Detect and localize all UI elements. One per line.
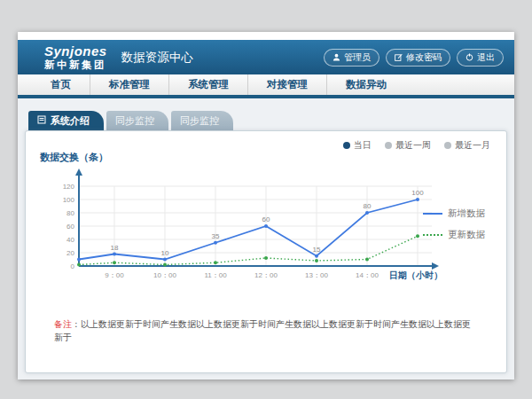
svg-text:100: 100 [63,196,75,204]
document-icon [37,115,46,126]
tab-label: 同步监控 [180,114,219,128]
chart-legend: 新增数据 更新数据 [423,207,494,250]
content-area: 系统介绍 同步监控 同步监控 当日 最近一周 [18,98,514,379]
logout-label: 退出 [477,51,495,64]
svg-text:0: 0 [71,262,75,270]
footnote: 备注：以上数据更新于时间产生数据以上数据更新于时间产生数据以上数据更新于时间产生… [54,317,478,344]
svg-text:10: 10 [161,249,169,257]
radio-label: 最近一月 [455,139,490,152]
svg-text:日期（小时）: 日期（小时） [389,270,442,280]
main-nav: 首页 标准管理 系统管理 对接管理 数据异动 [18,74,514,98]
brand-company: 新中新集团 [44,60,107,71]
svg-text:60: 60 [66,223,74,231]
nav-item-integration[interactable]: 对接管理 [248,74,327,95]
tab-sync-monitor-1[interactable]: 同步监控 [106,111,168,130]
radio-last-month[interactable]: 最近一月 [444,139,490,152]
dotted-line-swatch [423,234,442,236]
svg-text:120: 120 [63,183,75,191]
desktop-background: Synjones 新中新集团 数据资源中心 管理员 修改密码 [0,0,532,399]
radio-last-week[interactable]: 最近一周 [385,139,431,152]
tab-bar: 系统介绍 同步监控 同步监控 [18,98,514,130]
footnote-prefix: 备注 [54,319,72,329]
chart-panel: 当日 最近一周 最近一月 数据交换（条） 0204060801001209：00… [25,130,507,373]
legend-item-update-data: 更新数据 [423,229,494,241]
svg-text:10：00: 10：00 [153,271,176,279]
svg-text:20: 20 [66,249,74,257]
radio-dot [444,142,451,149]
user-label: 管理员 [344,51,371,64]
edit-icon [395,53,403,61]
change-password-label: 修改密码 [406,51,442,64]
legend-label: 新增数据 [448,207,485,220]
tab-label: 系统介绍 [51,114,90,128]
tab-system-intro[interactable]: 系统介绍 [28,111,104,130]
brand-name: Synjones [44,44,107,58]
svg-text:12：00: 12：00 [254,271,278,279]
radio-today[interactable]: 当日 [343,139,372,152]
logout-button[interactable]: 退出 [457,49,504,66]
brand-logo: Synjones 新中新集团 [28,44,107,71]
app-header: Synjones 新中新集团 数据资源中心 管理员 修改密码 [18,40,514,74]
user-icon [332,53,340,61]
svg-text:80: 80 [66,209,74,217]
svg-text:11：00: 11：00 [204,271,227,279]
svg-text:80: 80 [364,202,372,210]
nav-item-data-changes[interactable]: 数据异动 [327,74,405,95]
radio-label: 当日 [354,139,372,152]
radio-label: 最近一周 [395,139,431,152]
svg-text:35: 35 [212,232,220,240]
footnote-text: ：以上数据更新于时间产生数据以上数据更新于时间产生数据以上数据更新于时间产生数据… [54,319,471,342]
page-title: 数据资源中心 [121,50,324,66]
svg-text:100: 100 [411,189,424,197]
tab-label: 同步监控 [115,114,154,128]
window-top-strip [18,32,514,40]
y-axis-title: 数据交换（条） [40,151,108,164]
legend-item-new-data: 新增数据 [423,207,494,220]
tab-sync-monitor-2[interactable]: 同步监控 [171,111,233,130]
header-actions: 管理员 修改密码 退出 [324,49,504,66]
svg-text:40: 40 [66,236,74,244]
nav-item-system[interactable]: 系统管理 [169,74,248,95]
nav-item-standards[interactable]: 标准管理 [90,74,169,95]
solid-line-swatch [423,213,442,215]
svg-text:9：00: 9：00 [105,271,124,279]
nav-item-home[interactable]: 首页 [32,74,90,95]
legend-label: 更新数据 [448,229,485,241]
user-button[interactable]: 管理员 [324,49,379,66]
period-filter: 当日 最近一周 最近一月 [343,139,490,152]
power-icon [466,53,473,61]
svg-text:60: 60 [262,215,270,223]
svg-text:13：00: 13：00 [305,271,328,279]
radio-dot [385,142,392,149]
radio-selected-dot [343,142,350,149]
svg-text:18: 18 [111,244,119,252]
app-window: Synjones 新中新集团 数据资源中心 管理员 修改密码 [18,32,514,379]
change-password-button[interactable]: 修改密码 [386,49,450,66]
svg-text:14：00: 14：00 [356,271,379,279]
svg-text:15: 15 [313,246,321,254]
